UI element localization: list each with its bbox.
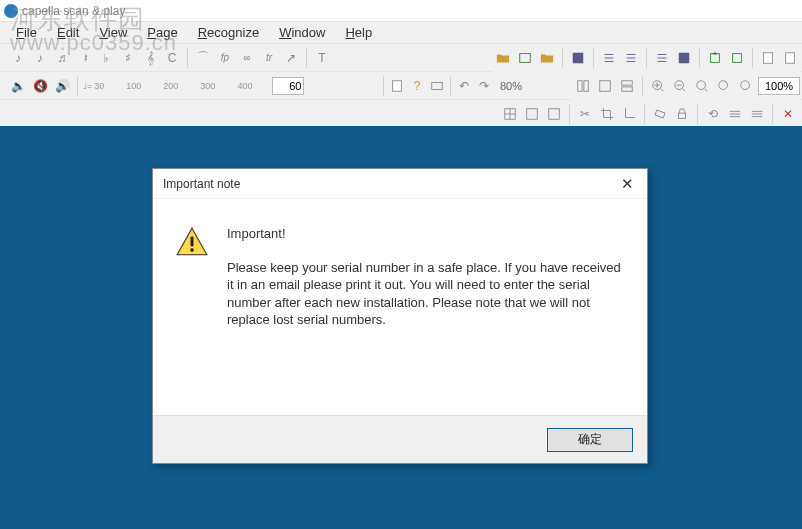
close-icon[interactable]: ✕ <box>615 172 639 196</box>
sharp-icon[interactable]: ♯ <box>118 48 138 68</box>
svg-point-16 <box>697 81 706 90</box>
mute-icon[interactable]: 🔇 <box>30 76 50 96</box>
export2-icon[interactable] <box>727 48 747 68</box>
zoom-fit-icon[interactable] <box>692 76 712 96</box>
rest-icon[interactable]: 𝄽 <box>74 48 94 68</box>
ruler-300: 300 <box>200 81 215 91</box>
warning-icon <box>175 225 209 259</box>
tempo-input[interactable] <box>272 77 304 95</box>
rotate-icon[interactable]: ⟲ <box>703 104 723 124</box>
svg-rect-11 <box>600 81 611 92</box>
layout3-icon[interactable] <box>617 76 637 96</box>
note-icon-3[interactable]: ♬ <box>52 48 72 68</box>
redo-icon[interactable]: ↷ <box>474 76 494 96</box>
dynamic-fp-icon[interactable]: fp <box>215 48 235 68</box>
list2-icon[interactable] <box>621 48 641 68</box>
speaker2-icon[interactable]: 🔊 <box>52 76 72 96</box>
svg-rect-21 <box>549 108 560 119</box>
svg-point-17 <box>719 81 728 90</box>
menu-view[interactable]: View <box>91 23 135 42</box>
lock-icon[interactable] <box>672 104 692 124</box>
menu-edit[interactable]: Edit <box>49 23 87 42</box>
note-icon[interactable]: ♪ <box>8 48 28 68</box>
svg-rect-9 <box>578 81 582 92</box>
hstaff2-icon[interactable] <box>747 104 767 124</box>
menu-window[interactable]: Window <box>271 23 333 42</box>
dialog-titlebar: Important note ✕ <box>153 169 647 199</box>
ruler-label: ♩= <box>83 81 92 91</box>
layout2-icon[interactable] <box>595 76 615 96</box>
ok-button[interactable]: 确定 <box>547 428 633 452</box>
svg-point-18 <box>741 81 750 90</box>
crop2-icon[interactable] <box>619 104 639 124</box>
note-icon-2[interactable]: ♪ <box>30 48 50 68</box>
svg-rect-0 <box>520 54 531 63</box>
zoom-in-icon[interactable] <box>648 76 668 96</box>
svg-rect-3 <box>711 54 720 63</box>
ruler-30: 30 <box>94 81 104 91</box>
toolbar-row-3: ✂ ⟲ ✕ <box>0 100 802 128</box>
list-icon[interactable] <box>599 48 619 68</box>
grid2-icon[interactable] <box>522 104 542 124</box>
zoom-out-icon[interactable] <box>670 76 690 96</box>
svg-rect-6 <box>786 53 795 64</box>
toolbar-row-2: 🔈 🔇 🔊 ♩= 30 100 200 300 400 ? ↶ ↷ 80% 10… <box>0 72 802 100</box>
speaker-icon[interactable]: 🔈 <box>8 76 28 96</box>
app-icon <box>4 4 18 18</box>
erase-icon[interactable] <box>650 104 670 124</box>
save2-icon[interactable] <box>674 48 694 68</box>
menu-file[interactable]: File <box>8 23 45 42</box>
menu-help[interactable]: Help <box>337 23 380 42</box>
zoom-page-icon[interactable] <box>714 76 734 96</box>
ornament-icon[interactable]: ∞ <box>237 48 257 68</box>
grid-icon[interactable] <box>500 104 520 124</box>
menu-page[interactable]: Page <box>139 23 185 42</box>
list3-icon[interactable] <box>652 48 672 68</box>
svg-rect-8 <box>432 83 443 90</box>
svg-rect-10 <box>584 81 588 92</box>
zoom-value-box[interactable]: 100% <box>758 77 800 95</box>
svg-rect-13 <box>622 87 633 91</box>
time-sig-icon[interactable]: C <box>162 48 182 68</box>
text-tool-icon[interactable]: T <box>312 48 332 68</box>
slur-icon[interactable]: ⌒ <box>193 48 213 68</box>
svg-rect-22 <box>655 110 665 118</box>
svg-rect-2 <box>679 53 690 64</box>
doc3-icon[interactable] <box>387 76 407 96</box>
trill-icon[interactable]: tr <box>259 48 279 68</box>
crop-icon[interactable] <box>597 104 617 124</box>
dialog-title-text: Important note <box>163 177 240 191</box>
dialog-body-text: Please keep your serial number in a safe… <box>227 259 625 329</box>
save-icon[interactable] <box>568 48 588 68</box>
undo-icon[interactable]: ↶ <box>454 76 474 96</box>
cut-icon[interactable]: ✂ <box>575 104 595 124</box>
hstaff-icon[interactable] <box>725 104 745 124</box>
treble-clef-icon[interactable]: 𝄞 <box>140 48 160 68</box>
ruler-400: 400 <box>237 81 252 91</box>
important-note-dialog: Important note ✕ Important! Please keep … <box>152 168 648 464</box>
svg-rect-20 <box>527 108 538 119</box>
open-icon[interactable] <box>493 48 513 68</box>
open2-icon[interactable] <box>537 48 557 68</box>
doc2-icon[interactable] <box>780 48 800 68</box>
menu-recognize[interactable]: Recognize <box>190 23 267 42</box>
scan-icon[interactable] <box>515 48 535 68</box>
svg-rect-24 <box>191 237 194 247</box>
zoom-width-icon[interactable] <box>736 76 756 96</box>
menubar: File Edit View Page Recognize Window Hel… <box>0 22 802 44</box>
svg-rect-25 <box>191 248 194 251</box>
config-icon[interactable] <box>427 76 447 96</box>
delete-icon[interactable]: ✕ <box>778 104 798 124</box>
doc-icon[interactable] <box>758 48 778 68</box>
help-icon[interactable]: ? <box>407 76 427 96</box>
flat-icon[interactable]: ♭ <box>96 48 116 68</box>
svg-rect-5 <box>764 53 773 64</box>
layout-icon[interactable] <box>573 76 593 96</box>
arrow-icon[interactable]: ↗ <box>281 48 301 68</box>
zoom-pct-label: 80% <box>500 80 522 92</box>
grid3-icon[interactable] <box>544 104 564 124</box>
svg-rect-7 <box>393 81 402 92</box>
export-icon[interactable] <box>705 48 725 68</box>
svg-rect-1 <box>573 53 584 64</box>
svg-rect-4 <box>733 54 742 63</box>
